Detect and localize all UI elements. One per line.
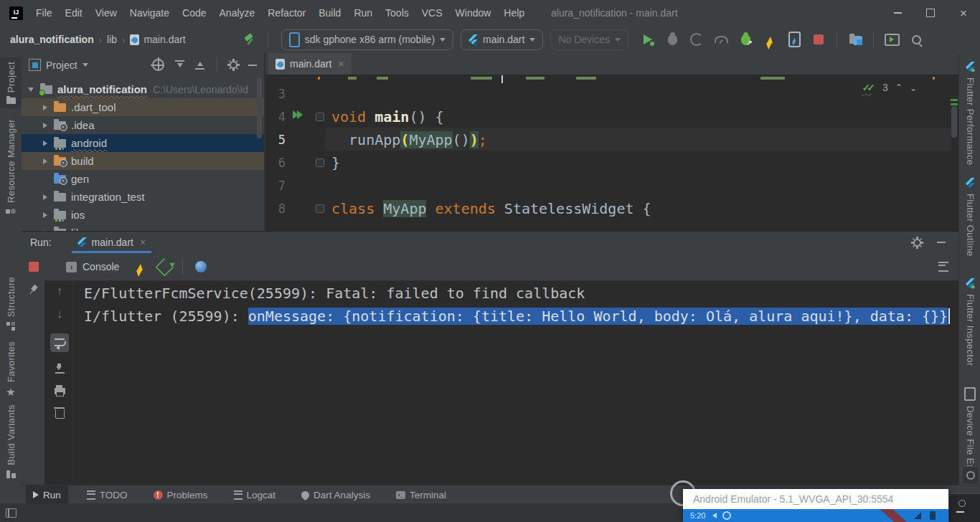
maximize-button[interactable] [914, 0, 947, 26]
run-config-selector[interactable]: main.dart [461, 29, 543, 50]
close-tab-icon[interactable]: × [338, 58, 344, 70]
menu-analyze[interactable]: Analyze [213, 0, 262, 26]
profile-button[interactable] [689, 32, 705, 47]
debug-button[interactable] [664, 32, 680, 47]
project-panel-title[interactable]: Project [46, 60, 77, 71]
menu-code[interactable]: Code [176, 0, 212, 26]
hot-reload-console-button[interactable] [132, 259, 148, 275]
menu-vcs[interactable]: VCS [415, 0, 449, 26]
attach-debugger-button[interactable]: ↗ [738, 32, 753, 47]
breadcrumb-file[interactable]: main.dart [143, 34, 185, 45]
android-emulator-window[interactable]: Android Emulator - 5.1_WVGA_API_30:5554 … [683, 489, 948, 522]
toolbar-tab-logcat[interactable]: Logcat [227, 485, 283, 504]
menu-window[interactable]: Window [449, 0, 498, 26]
collapse-all-icon[interactable] [195, 60, 204, 70]
tree-row-dart-tool[interactable]: .dart_tool [22, 98, 264, 116]
menu-view[interactable]: View [89, 0, 123, 26]
sidebar-item-resource-manager[interactable]: Resource Manager [0, 119, 22, 217]
emulator-side-toolbar[interactable] [948, 493, 980, 522]
breadcrumb-project[interactable]: alura_notification [10, 34, 94, 45]
toolbar-tab-todo[interactable]: TODO [80, 485, 135, 504]
tree-row-idea[interactable]: .idea [22, 116, 264, 134]
chevron-expanded-icon[interactable] [28, 87, 34, 92]
hot-restart-console-button[interactable] [156, 259, 172, 275]
tree-row-build[interactable]: build [22, 152, 264, 170]
device-manager-button[interactable] [884, 32, 900, 47]
sidebar-item-favorites[interactable]: Favorites ★ [0, 341, 22, 397]
chevron-down-icon[interactable]: ⌃ [910, 82, 917, 92]
close-tab-icon[interactable]: × [140, 237, 146, 248]
editor-scrollbar[interactable] [951, 106, 957, 138]
fold-marker[interactable] [316, 204, 324, 213]
print-button[interactable] [55, 388, 65, 394]
menu-navigate[interactable]: Navigate [123, 0, 176, 26]
fold-marker[interactable] [316, 113, 324, 121]
toolbar-tab-dart-analysis[interactable]: Dart Analysis [294, 485, 377, 504]
breadcrumb-lib[interactable]: lib [107, 34, 117, 45]
minimize-button[interactable] [881, 0, 914, 26]
search-everywhere-button[interactable] [908, 32, 924, 47]
tree-row-integration-test[interactable]: integration_test [22, 188, 264, 206]
fold-marker[interactable] [316, 158, 324, 167]
scroll-to-end-button[interactable] [55, 364, 65, 374]
menu-run[interactable]: Run [347, 0, 379, 26]
toggle-tool-windows-icon[interactable] [6, 508, 17, 518]
inspection-widget[interactable]: ✓✓ 3 ⌃ ⌃ [862, 82, 917, 93]
expand-all-icon[interactable] [175, 60, 184, 70]
next-occurrence-button[interactable]: ↓ [57, 308, 62, 321]
chevron-collapsed-icon[interactable] [43, 141, 47, 146]
hot-restart-button[interactable] [786, 32, 802, 47]
menu-build[interactable]: Build [312, 0, 347, 26]
run-tab-main-dart[interactable]: main.dart × [72, 232, 152, 253]
stop-process-button[interactable] [29, 262, 39, 272]
pin-tab-button[interactable] [28, 285, 38, 295]
stop-button[interactable] [811, 32, 826, 47]
soft-wrap-button[interactable] [50, 333, 69, 352]
sidebar-item-structure[interactable]: Structure [0, 277, 22, 331]
project-scrollbar[interactable] [257, 77, 262, 138]
toolbar-tab-run[interactable]: Run [26, 485, 68, 504]
menu-file[interactable]: File [29, 0, 59, 26]
prev-occurrence-button[interactable]: ↑ [57, 285, 62, 298]
menu-tools[interactable]: Tools [379, 0, 415, 26]
hide-panel-icon[interactable] [248, 65, 257, 66]
sidebar-item-flutter-performance[interactable]: Flutter Performance [959, 62, 980, 165]
tree-row-lib[interactable]: lib [22, 224, 264, 231]
tree-row-root[interactable]: alura_notification C:\Users\Leonardo\Id [22, 80, 264, 98]
sidebar-item-build-variants[interactable]: Build Variants [0, 404, 22, 478]
clear-console-button[interactable] [55, 407, 65, 419]
project-structure-button[interactable] [847, 32, 863, 47]
hide-panel-icon[interactable] [937, 242, 946, 243]
sidebar-item-flutter-outline[interactable]: Flutter Outline [959, 178, 980, 257]
code-viewport[interactable]: 3 4 5 6 7 8 void main() { runApp(MyApp()… [265, 75, 958, 231]
devices-status-selector[interactable]: No Devices [550, 29, 628, 50]
hot-reload-button[interactable] [762, 32, 778, 47]
menu-edit[interactable]: Edit [59, 0, 89, 26]
sidebar-item-flutter-inspector[interactable]: Flutter Inspector [959, 278, 980, 366]
toolbar-tab-problems[interactable]: ! Problems [146, 485, 215, 504]
chevron-collapsed-icon[interactable] [43, 123, 47, 128]
sidebar-item-project[interactable]: Project [0, 57, 22, 108]
close-button[interactable]: × [947, 0, 980, 26]
run-button[interactable] [640, 32, 656, 47]
console-tab-label[interactable]: Console [83, 261, 119, 272]
toolbar-tab-terminal[interactable]: ›_ Terminal [389, 485, 453, 504]
gear-icon[interactable] [230, 61, 237, 69]
run-line-gutter-icon[interactable] [293, 110, 301, 119]
device-selector[interactable]: sdk gphone x86 arm (mobile) [281, 29, 453, 50]
locate-file-icon[interactable] [152, 59, 164, 71]
open-devtools-button[interactable] [193, 259, 209, 275]
tree-row-gen[interactable]: gen [22, 170, 264, 188]
gear-icon[interactable] [913, 239, 921, 247]
chevron-up-icon[interactable]: ⌃ [895, 82, 903, 92]
emulator-title-bar[interactable]: Android Emulator - 5.1_WVGA_API_30:5554 [683, 489, 948, 509]
chevron-collapsed-icon[interactable] [43, 158, 47, 164]
menu-help[interactable]: Help [497, 0, 531, 26]
build-button[interactable] [242, 32, 258, 47]
console-view-options-button[interactable] [938, 262, 948, 272]
menu-refactor[interactable]: Refactor [261, 0, 312, 26]
tree-row-ios[interactable]: ios [22, 206, 264, 224]
chevron-collapsed-icon[interactable] [43, 105, 47, 110]
console-output[interactable]: E/FlutterFcmService(25599): Fatal: faile… [72, 280, 958, 485]
chevron-collapsed-icon[interactable] [43, 212, 47, 218]
